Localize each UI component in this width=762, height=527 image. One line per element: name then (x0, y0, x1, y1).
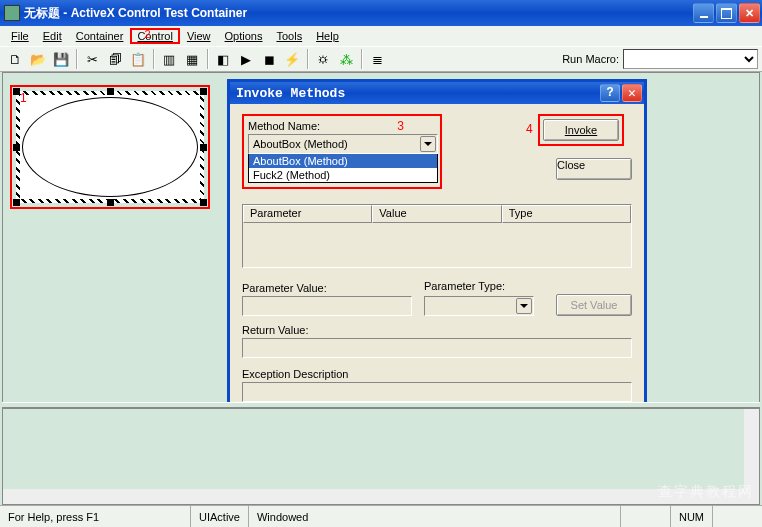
separator (307, 49, 309, 69)
resize-handle[interactable] (13, 88, 20, 95)
resize-handle[interactable] (200, 88, 207, 95)
resize-handle[interactable] (107, 88, 114, 95)
method-name-value: AboutBox (Method) (253, 138, 348, 150)
status-mode: UIActive (190, 506, 248, 527)
annotation-1: 1 (20, 91, 27, 105)
cut-icon[interactable]: ✂ (81, 48, 103, 70)
main-titlebar: 无标题 - ActiveX Control Test Container (0, 0, 762, 26)
design-icon[interactable]: ◧ (212, 48, 234, 70)
activate-icon[interactable]: ▶ (235, 48, 257, 70)
properties-icon[interactable]: ⛭ (312, 48, 334, 70)
chevron-down-icon[interactable] (420, 136, 436, 152)
annotation-3: 3 (397, 119, 404, 133)
method-option[interactable]: Fuck2 (Method) (249, 168, 437, 182)
run-macro-combo[interactable] (623, 49, 758, 69)
annotation-2: 2 (144, 28, 150, 40)
new-icon[interactable]: 🗋 (4, 48, 26, 70)
dialog-title: Invoke Methods (236, 86, 345, 101)
events-icon[interactable]: ⚡ (281, 48, 303, 70)
method-dropdown[interactable]: AboutBox (Method) Fuck2 (Method) (248, 153, 438, 183)
save-icon[interactable]: 💾 (50, 48, 72, 70)
status-help: For Help, press F1 (0, 506, 190, 527)
menu-file[interactable]: File (4, 28, 36, 44)
status-num: NUM (670, 506, 712, 527)
parameter-value-label: Parameter Value: (242, 282, 412, 294)
separator (361, 49, 363, 69)
close-button[interactable] (739, 3, 760, 23)
scrollbar-horizontal[interactable] (3, 489, 744, 504)
col-parameter[interactable]: Parameter (243, 205, 372, 223)
separator (207, 49, 209, 69)
app-icon (4, 5, 20, 21)
status-bar: For Help, press F1 UIActive Windowed NUM (0, 505, 762, 527)
dialog-help-button[interactable]: ? (600, 84, 620, 102)
control-canvas[interactable]: 1 (10, 85, 210, 209)
parameter-value-input[interactable] (242, 296, 412, 316)
toolbar: 🗋 📂 💾 ✂ 🗐 📋 ▥ ▦ ◧ ▶ ◼ ⚡ ⛭ ⁂ ≣ Run Macro: (0, 46, 762, 72)
return-value-label: Return Value: (242, 324, 632, 336)
copy-icon[interactable]: 🗐 (104, 48, 126, 70)
invoke-button[interactable]: Invoke (543, 119, 619, 141)
resize-handle[interactable] (200, 144, 207, 151)
menu-tools[interactable]: Tools (269, 28, 309, 44)
scrollbar-vertical[interactable] (744, 409, 759, 504)
paste-icon[interactable]: 📋 (127, 48, 149, 70)
component-icon[interactable]: ▥ (158, 48, 180, 70)
col-type[interactable]: Type (502, 205, 631, 223)
minimize-button[interactable] (693, 3, 714, 23)
separator (76, 49, 78, 69)
method-name-label: Method Name: (248, 120, 436, 132)
resize-handle[interactable] (200, 199, 207, 206)
status-windowed: Windowed (248, 506, 316, 527)
menu-help[interactable]: Help (309, 28, 346, 44)
deactivate-icon[interactable]: ◼ (258, 48, 280, 70)
method-name-combo[interactable]: AboutBox (Method) (248, 134, 438, 154)
separator (153, 49, 155, 69)
return-value-field (242, 338, 632, 358)
run-macro-label: Run Macro: (562, 53, 619, 65)
menu-container[interactable]: Container (69, 28, 131, 44)
output-pane (2, 408, 760, 505)
ellipse-shape[interactable] (22, 97, 198, 197)
menu-edit[interactable]: Edit (36, 28, 69, 44)
set-value-button[interactable]: Set Value (556, 294, 632, 316)
dialog-titlebar[interactable]: Invoke Methods ? ✕ (230, 82, 644, 104)
window-title: 无标题 - ActiveX Control Test Container (24, 5, 693, 22)
col-value[interactable]: Value (372, 205, 501, 223)
open-icon[interactable]: 📂 (27, 48, 49, 70)
resize-handle[interactable] (13, 144, 20, 151)
exception-description-label: Exception Description (242, 368, 632, 380)
method-option[interactable]: AboutBox (Method) (249, 154, 437, 168)
dialog-close-action-button[interactable]: Close (556, 158, 632, 180)
menu-options[interactable]: Options (218, 28, 270, 44)
methods-icon[interactable]: ⁂ (335, 48, 357, 70)
menu-bar: File Edit Container 2 Control View Optio… (0, 26, 762, 46)
parameter-list[interactable]: Parameter Value Type (242, 204, 632, 268)
annotation-4: 4 (526, 122, 533, 136)
exception-description-field (242, 382, 632, 402)
dialog-close-button[interactable]: ✕ (622, 84, 642, 102)
resize-handle[interactable] (13, 199, 20, 206)
parameter-type-combo[interactable] (424, 296, 534, 316)
log-icon[interactable]: ≣ (366, 48, 388, 70)
resize-handle[interactable] (107, 199, 114, 206)
menu-view[interactable]: View (180, 28, 218, 44)
menu-control[interactable]: 2 Control (130, 28, 179, 44)
parameter-type-label: Parameter Type: (424, 280, 534, 292)
chevron-down-icon[interactable] (516, 298, 532, 314)
maximize-button[interactable] (716, 3, 737, 23)
grid-icon[interactable]: ▦ (181, 48, 203, 70)
